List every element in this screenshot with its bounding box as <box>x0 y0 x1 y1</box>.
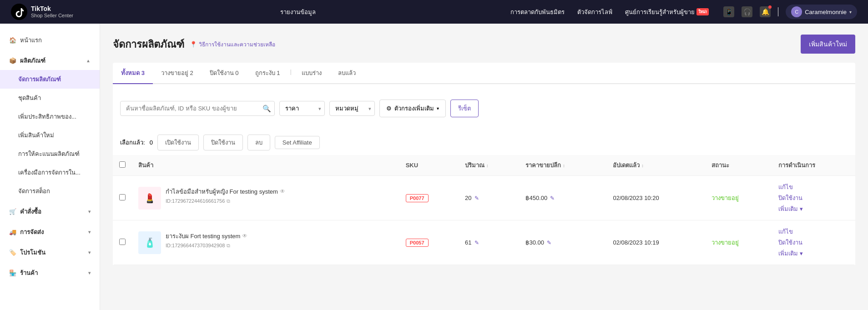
row1-edit-link[interactable]: แก้ไข <box>778 182 849 192</box>
row1-eye-icon[interactable]: 👁 <box>280 188 285 195</box>
header-actions: การดำเนินการ <box>772 155 855 176</box>
row2-close-link[interactable]: ปิดใช้งาน <box>778 238 849 247</box>
product-tabs: ทั้งหมด 3 วางขายอยู่ 2 ปิดใช้งาน 0 ถูกระ… <box>113 63 855 84</box>
promotions-icon: 🏷️ <box>9 249 16 256</box>
row1-status: วางขายอยู่ <box>705 176 772 220</box>
row2-sku: P0057 <box>399 220 459 265</box>
avatar: C <box>791 6 802 17</box>
nav-right: 📱 🎧 🔔 C Caramelmonnie ▾ <box>723 5 857 19</box>
row2-eye-icon[interactable]: 👁 <box>242 233 247 239</box>
sidebar-item-stock[interactable]: จัดการสต็อก <box>0 182 100 200</box>
row1-qty-edit-icon[interactable]: ✎ <box>474 195 479 201</box>
select-all-checkbox[interactable] <box>119 161 126 168</box>
selected-count: 0 <box>150 139 153 146</box>
sidebar-orders-header[interactable]: 🛒 คำสั่งซื้อ ▾ <box>0 202 100 221</box>
row1-thumb: 💄 <box>138 187 161 210</box>
brand-sub: Shop Seller Center <box>31 13 73 18</box>
add-product-button[interactable]: เพิ่มสินค้าใหม่ <box>801 35 855 54</box>
sidebar-item-product-rating[interactable]: การให้คะแนนผลิตภัณฑ์ <box>0 145 100 163</box>
sidebar-item-home[interactable]: 🏠 หน้าแรก <box>0 31 100 50</box>
tab-active[interactable]: วางขายอยู่ 2 <box>153 63 202 84</box>
selected-label: เลือกแล้ว: <box>120 138 145 147</box>
price-filter-wrap: ราคา <box>279 101 325 116</box>
headset-icon[interactable]: 🎧 <box>742 6 752 17</box>
header-qty[interactable]: ปริมาณ <box>459 155 519 176</box>
nav-marketing[interactable]: การตลาดกับพันธมิตร <box>510 7 565 17</box>
tab-suspended[interactable]: ถูกระงับ 1 <box>247 63 288 84</box>
row1-qty: 20 ✎ <box>459 176 519 220</box>
tab-deleted[interactable]: ลบแล้ว <box>330 63 364 84</box>
nav-reports[interactable]: รายงานข้อมูล <box>98 7 498 17</box>
chevron-up-icon: ▲ <box>86 58 91 63</box>
sidebar-item-add-product[interactable]: เพิ่มสินค้าใหม่ <box>0 126 100 145</box>
header-updated[interactable]: อัปเดตแล้ว <box>606 155 705 176</box>
sidebar-item-tools[interactable]: เครื่องมือการจัดการใน... <box>0 163 100 182</box>
row1-copy-icon[interactable]: ⧉ <box>227 198 230 204</box>
sidebar-item-optimize[interactable]: เพิ่มประสิทธิภาพของ... <box>0 107 100 126</box>
home-icon: 🏠 <box>9 37 16 44</box>
row1-more-link[interactable]: เพิ่มเติม ▾ <box>778 204 849 214</box>
search-input[interactable] <box>120 101 275 116</box>
user-menu[interactable]: C Caramelmonnie ▾ <box>786 5 857 19</box>
tab-draft[interactable]: แบบร่าง <box>293 63 330 84</box>
row2-price-edit-icon[interactable]: ✎ <box>547 240 551 246</box>
top-nav: TikTok Shop Seller Center รายงานข้อมูล ก… <box>0 0 868 24</box>
row2-copy-icon[interactable]: ⧉ <box>227 243 230 249</box>
nav-live[interactable]: ตัวจัดการไลฟ์ <box>577 7 612 17</box>
sidebar-item-product-sets[interactable]: ชุดสินค้า <box>0 89 100 107</box>
products-icon: 📦 <box>9 57 16 64</box>
sidebar-promotions-header[interactable]: 🏷️ โปรโมชัน ▾ <box>0 243 100 262</box>
row2-price: ฿30.00 ✎ <box>519 220 606 265</box>
sidebar-shipping-header[interactable]: 🚚 การจัดส่ง ▾ <box>0 223 100 241</box>
header-checkbox-col <box>113 155 132 176</box>
sidebar-section-promotions: 🏷️ โปรโมชัน ▾ <box>0 243 100 262</box>
extra-filter-button[interactable]: ⚙ ตัวกรองเพิ่มเติม ▾ <box>379 100 446 117</box>
row1-close-link[interactable]: ปิดใช้งาน <box>778 193 849 203</box>
row1-sku: P0077 <box>399 176 459 220</box>
price-filter[interactable]: ราคา <box>279 101 325 116</box>
row2-qty-edit-icon[interactable]: ✎ <box>474 240 479 246</box>
chevron-down-icon: ▾ <box>88 209 91 214</box>
row2-more-link[interactable]: เพิ่มเติม ▾ <box>778 249 849 258</box>
set-affiliate-button[interactable]: Set Affiliate <box>275 136 320 149</box>
header-price[interactable]: ราคาขายปลีก <box>519 155 606 176</box>
table-row: 🧴 ยาระงับผ Fort testing system 👁 ID:1729… <box>113 220 855 265</box>
user-name: Caramelmonnie <box>805 9 847 15</box>
sidebar-item-manage-products[interactable]: จัดการผลิตภัณฑ์ <box>0 70 100 89</box>
notification-icon[interactable]: 🔔 <box>760 6 771 17</box>
sidebar-section-store: 🏪 ร้านค้า ▾ <box>0 264 100 282</box>
sidebar-products-header[interactable]: 📦 ผลิตภัณฑ์ ▲ <box>0 51 100 70</box>
close-button[interactable]: ปิดใช้งาน <box>203 135 243 150</box>
reset-button[interactable]: รีเซ็ต <box>450 100 479 117</box>
tab-inactive[interactable]: ปิดใช้งาน 0 <box>202 63 247 84</box>
row1-updated: 02/08/2023 10:20 <box>606 176 705 220</box>
row1-price-edit-icon[interactable]: ✎ <box>550 195 555 201</box>
sidebar-store-header[interactable]: 🏪 ร้านค้า ▾ <box>0 264 100 282</box>
header-status: สถานะ <box>705 155 772 176</box>
delete-button[interactable]: ลบ <box>247 135 270 150</box>
search-button[interactable]: 🔍 <box>262 105 271 113</box>
logo-area: TikTok Shop Seller Center <box>11 4 84 20</box>
chevron-down-icon: ▾ <box>849 10 852 15</box>
sidebar-section-home: 🏠 หน้าแรก <box>0 31 100 50</box>
row1-checkbox[interactable] <box>119 194 126 200</box>
help-link[interactable]: 📍 วิธีการใช้งานและความช่วยเหลือ <box>190 40 275 49</box>
row2-edit-link[interactable]: แก้ไข <box>778 227 849 236</box>
sidebar: 🏠 หน้าแรก 📦 ผลิตภัณฑ์ ▲ จัดการผลิตภัณฑ์ … <box>0 24 100 310</box>
tiktok-logo-icon <box>11 4 27 20</box>
row2-checkbox[interactable] <box>119 239 126 245</box>
logo-text: TikTok Shop Seller Center <box>31 5 73 18</box>
group-filter[interactable]: หมวดหมู่ <box>329 101 375 116</box>
product-table-wrap: สินค้า SKU ปริมาณ ราคาขายปลีก <box>113 155 855 265</box>
open-button[interactable]: เปิดใช้งาน <box>157 135 199 150</box>
filter-row: 🔍 ราคา หมวดหมู่ ⚙ ตัวกรองเ <box>120 100 848 117</box>
new-badge-tag: ใหม่! <box>696 8 709 15</box>
nav-learning[interactable]: ศูนย์การเรียนรู้สำหรับผู้ขาย ใหม่! <box>625 7 709 17</box>
page-title: จัดการผลิตภัณฑ์ <box>113 36 184 52</box>
nav-divider <box>778 7 778 16</box>
chevron-down-icon: ▾ <box>88 270 91 275</box>
filter-bar: 🔍 ราคา หมวดหมู่ ⚙ ตัวกรองเ <box>113 92 855 125</box>
action-row: เลือกแล้ว: 0 เปิดใช้งาน ปิดใช้งาน ลบ Set… <box>113 130 855 155</box>
tab-all[interactable]: ทั้งหมด 3 <box>113 63 153 84</box>
phone-icon[interactable]: 📱 <box>723 6 734 17</box>
